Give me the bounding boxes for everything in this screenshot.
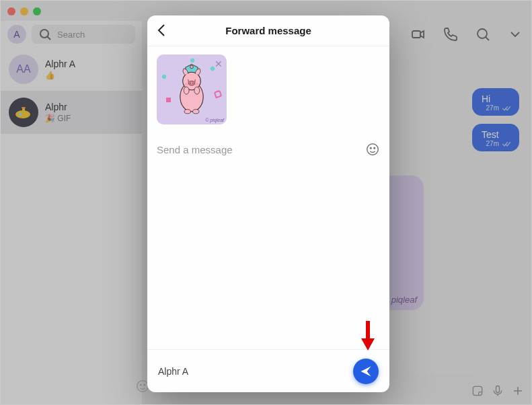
sidebar-item-alphr[interactable]: Alphr 🎉 GIF (1, 91, 142, 134)
avatar: AA (9, 54, 38, 84)
svg-point-19 (188, 81, 194, 85)
svg-point-25 (194, 87, 200, 94)
send-button[interactable] (353, 359, 379, 384)
svg-rect-6 (412, 31, 420, 38)
forward-message-modal: Forward message ✕ (147, 15, 389, 392)
svg-point-24 (184, 87, 189, 94)
message-bubble[interactable]: Test 27m (472, 124, 519, 151)
video-icon[interactable] (410, 26, 426, 42)
svg-point-23 (195, 83, 198, 86)
svg-point-11 (144, 384, 145, 385)
minimize-window-button[interactable] (20, 7, 28, 15)
svg-rect-5 (22, 107, 26, 108)
svg-rect-13 (496, 386, 500, 393)
svg-point-29 (370, 147, 371, 149)
svg-point-21 (192, 83, 194, 84)
chevron-down-icon[interactable] (507, 26, 523, 42)
message-text: Test (482, 129, 511, 140)
svg-point-10 (140, 384, 141, 385)
call-icon[interactable] (443, 26, 459, 42)
svg-point-27 (193, 110, 199, 114)
svg-point-20 (190, 83, 191, 84)
search-input[interactable]: Search (32, 25, 135, 44)
watermark: www.deuaq.com (473, 368, 527, 376)
mic-icon[interactable] (491, 384, 504, 398)
conversation-toolbar (410, 21, 523, 48)
message-time: 27m (486, 104, 499, 112)
svg-rect-12 (473, 386, 482, 395)
svg-point-3 (19, 113, 22, 116)
sidebar-item-alphr-a[interactable]: AA Alphr A 👍 (1, 48, 142, 91)
annotation-arrow (358, 320, 377, 355)
forward-recipient: Alphr A (158, 366, 188, 377)
plus-icon[interactable] (511, 384, 525, 398)
svg-point-28 (367, 144, 379, 155)
svg-line-8 (486, 37, 489, 40)
submarine-icon (13, 106, 34, 119)
zoom-window-button[interactable] (33, 7, 41, 15)
svg-point-26 (184, 110, 190, 114)
messages-outgoing: Hi 27m Test 27m (472, 88, 519, 151)
sticker-icon[interactable] (471, 384, 484, 398)
compose-actions (471, 384, 525, 398)
svg-point-30 (374, 147, 375, 149)
contact-name: Alphr (45, 102, 71, 112)
sidebar: A Search AA Alphr A 👍 Alphr 🎉 GIF (1, 21, 142, 404)
svg-point-9 (137, 381, 149, 392)
emoji-icon[interactable] (365, 142, 380, 157)
remove-attachment-button[interactable]: ✕ (215, 59, 223, 69)
me-avatar[interactable]: A (7, 25, 26, 44)
contact-preview: 👍 (45, 71, 75, 80)
contact-preview: 🎉 GIF (45, 114, 71, 123)
pig-sticker-image (169, 63, 214, 116)
message-text: Hi (482, 94, 511, 104)
search-icon (37, 26, 53, 42)
svg-marker-32 (361, 338, 375, 351)
window-controls (7, 7, 41, 15)
message-time: 27m (486, 140, 499, 147)
read-receipt-icon (502, 141, 511, 147)
search-icon[interactable] (475, 26, 491, 42)
read-receipt-icon (502, 105, 511, 112)
svg-point-7 (478, 29, 487, 38)
svg-point-22 (185, 83, 188, 86)
attached-sticker: ✕ © p (157, 54, 227, 124)
svg-point-16 (190, 65, 194, 69)
svg-point-0 (40, 30, 48, 38)
svg-line-1 (48, 37, 51, 40)
close-window-button[interactable] (7, 7, 15, 15)
avatar (9, 98, 38, 127)
modal-title: Forward message (225, 25, 311, 36)
forward-message-input[interactable] (157, 144, 365, 155)
sticker-credit: © piqleaf (205, 118, 224, 122)
message-bubble[interactable]: Hi 27m (472, 88, 519, 116)
back-button[interactable] (154, 22, 170, 38)
contact-name: Alphr A (45, 59, 75, 69)
search-placeholder: Search (57, 30, 85, 40)
